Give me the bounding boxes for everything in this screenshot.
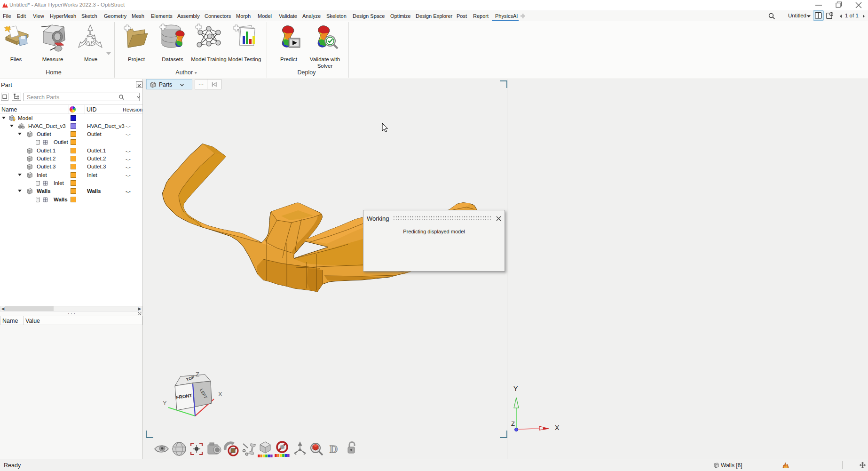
svg-text:Y: Y	[163, 399, 167, 407]
svg-text:X: X	[555, 424, 560, 431]
svg-text:D: D	[330, 443, 338, 455]
svg-text:X: X	[218, 391, 222, 398]
svg-text:Z: Z	[196, 371, 199, 378]
svg-text:Z: Z	[511, 420, 515, 427]
svg-text:Y: Y	[513, 385, 518, 392]
